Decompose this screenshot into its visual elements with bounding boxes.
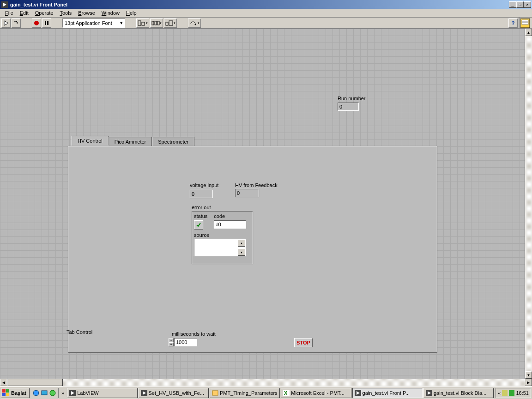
svg-rect-5 (47, 21, 48, 25)
taskbar-item[interactable]: gain_test.vi Block Dia... (423, 388, 494, 398)
ms-wait-stepper[interactable]: ▲▼ (169, 338, 174, 346)
clock: 16:51 (516, 390, 529, 396)
front-panel: Run number 0 HV Control Pico Ammeter Spe… (0, 29, 525, 379)
menu-help[interactable]: Help (123, 9, 140, 17)
svg-rect-37 (509, 390, 514, 396)
svg-rect-7 (142, 22, 145, 25)
align-button[interactable]: ▾ (136, 18, 149, 28)
scroll-left-icon[interactable]: ◀ (0, 379, 7, 386)
close-button[interactable]: × (524, 1, 531, 8)
ie-icon[interactable] (32, 389, 40, 397)
tab-hv-control[interactable]: HV Control (72, 136, 109, 146)
app-icon[interactable] (49, 389, 56, 397)
scroll-right-icon[interactable]: ▶ (525, 379, 532, 386)
maximize-button[interactable]: ❐ (516, 1, 524, 8)
abort-button[interactable] (32, 18, 41, 28)
ms-wait-label: milliseconds to wait (172, 331, 216, 337)
error-out-label: error out (192, 205, 211, 210)
minimize-button[interactable]: _ (509, 1, 516, 8)
svg-rect-15 (522, 20, 528, 24)
svg-marker-2 (4, 21, 8, 25)
taskbar-item[interactable]: LabVIEW (67, 388, 137, 398)
window-title: gain_test.vi Front Panel (10, 2, 509, 7)
menu-file[interactable]: File (2, 9, 17, 17)
menu-window[interactable]: Window (98, 9, 123, 17)
horizontal-scrollbar[interactable]: ◀ ▶ (0, 379, 532, 386)
svg-point-3 (34, 21, 39, 25)
svg-rect-19 (6, 389, 9, 393)
quick-launch (30, 388, 59, 398)
help-button[interactable]: ? (508, 18, 518, 28)
svg-rect-9 (155, 21, 157, 25)
scroll-up-icon[interactable]: ▲ (525, 29, 532, 36)
svg-marker-13 (194, 24, 196, 25)
run-continuously-button[interactable] (12, 18, 21, 28)
svg-rect-23 (42, 391, 47, 395)
svg-rect-6 (138, 21, 141, 25)
resize-button[interactable]: ▾ (164, 18, 177, 28)
status-indicator (194, 220, 203, 230)
svg-text:X: X (284, 390, 288, 396)
run-number-indicator: 0 (338, 103, 359, 111)
title-bar: gain_test.vi Front Panel _ ❐ × (0, 0, 532, 9)
vi-icon[interactable] (519, 18, 531, 29)
run-button[interactable] (1, 18, 11, 28)
menu-operate[interactable]: Operate (32, 9, 57, 17)
hv-feedback-label: HV from Feedback (235, 182, 278, 188)
svg-rect-20 (2, 393, 6, 396)
error-out-cluster: status code d0 source ▲ ▼ (192, 211, 253, 264)
svg-rect-21 (6, 393, 9, 396)
vertical-scrollbar[interactable]: ▲ ▼ (525, 29, 532, 379)
voltage-input-label: voltage input (190, 182, 218, 188)
svg-point-24 (50, 390, 55, 396)
hv-feedback-indicator: 0 (235, 189, 259, 197)
svg-rect-4 (45, 21, 46, 25)
reorder-button[interactable]: ▾ (188, 18, 201, 28)
start-button[interactable]: Başlat (1, 388, 30, 398)
source-label: source (194, 232, 251, 238)
scroll-down-icon[interactable]: ▼ (525, 371, 532, 379)
scroll-up-icon[interactable]: ▲ (238, 239, 245, 247)
toolbar: 13pt Application Font▾ ▾ ▾ ▾ ▾ ? (0, 18, 532, 29)
tab-control-label: Tab Control (66, 329, 92, 335)
pause-button[interactable] (42, 18, 51, 28)
system-tray[interactable]: « 16:51 (496, 388, 531, 398)
svg-rect-36 (502, 390, 508, 396)
taskbar-item[interactable]: Set_HV_USB_with_Fe... (139, 388, 209, 398)
source-indicator: ▲ ▼ (194, 239, 246, 256)
ms-wait-field[interactable]: 1000 (174, 338, 197, 346)
tab-pico-ammeter[interactable]: Pico Ammeter (109, 137, 152, 147)
scroll-down-icon[interactable]: ▼ (238, 248, 245, 256)
svg-rect-11 (166, 22, 168, 25)
taskbar-item[interactable]: PMT_Timing_Parameters (210, 388, 280, 398)
code-label: code (214, 213, 246, 219)
windows-icon (2, 389, 10, 397)
tab-spectrometer[interactable]: Spectrometer (152, 137, 194, 147)
code-indicator: d0 (214, 220, 246, 229)
menu-tools[interactable]: Tools (56, 9, 75, 17)
svg-rect-8 (152, 21, 154, 25)
taskbar-item[interactable]: XMicrosoft Excel - PMT... (281, 388, 351, 398)
svg-rect-29 (212, 391, 218, 395)
svg-rect-10 (157, 21, 159, 25)
tray-icon[interactable] (502, 390, 508, 396)
svg-rect-12 (169, 21, 173, 25)
svg-rect-18 (2, 389, 6, 393)
font-selector[interactable]: 13pt Application Font▾ (62, 18, 125, 28)
menu-browse[interactable]: Browse (75, 9, 98, 17)
taskbar: Başlat » LabVIEW Set_HV_USB_with_Fe... P… (0, 386, 532, 399)
tray-icon[interactable] (509, 390, 514, 396)
checkmark-icon (196, 222, 201, 228)
run-number-label: Run number (338, 96, 366, 101)
taskbar-item-active[interactable]: gain_test.vi Front P... (352, 388, 423, 398)
voltage-input-field[interactable]: 0 (190, 190, 213, 198)
svg-point-22 (33, 390, 39, 396)
stop-button[interactable]: STOP (294, 338, 313, 347)
status-label: status (194, 213, 207, 219)
menu-edit[interactable]: Edit (17, 9, 32, 17)
menu-bar: File Edit Operate Tools Browse Window He… (0, 9, 532, 18)
desktop-icon[interactable] (41, 389, 48, 397)
distribute-button[interactable]: ▾ (150, 18, 163, 28)
labview-icon (1, 1, 8, 8)
